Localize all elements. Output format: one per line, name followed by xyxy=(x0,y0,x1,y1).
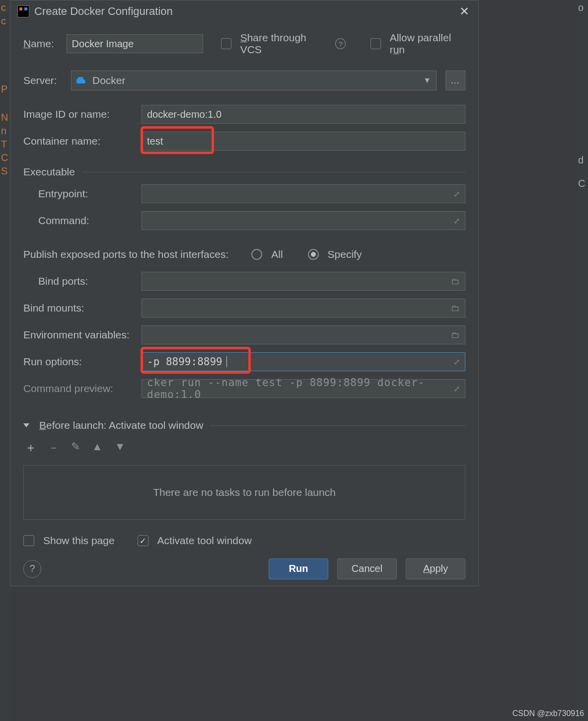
publish-all-label: All xyxy=(271,248,283,260)
docker-icon xyxy=(76,76,87,85)
remove-task-icon[interactable]: － xyxy=(48,440,59,455)
bind-ports-input[interactable]: 🗀 xyxy=(142,272,465,291)
apply-button[interactable]: Apply xyxy=(406,559,465,579)
command-input[interactable]: ⤢ xyxy=(142,211,465,230)
expand-icon[interactable]: ⤢ xyxy=(453,189,460,199)
edit-task-icon[interactable]: ✎ xyxy=(71,440,80,455)
folder-icon[interactable]: 🗀 xyxy=(451,330,460,340)
publish-specify-label: Specify xyxy=(328,248,362,260)
move-down-icon[interactable]: ▼ xyxy=(115,440,126,455)
env-vars-label: Environment variables: xyxy=(23,329,133,341)
expand-icon[interactable]: ⤢ xyxy=(453,216,460,226)
show-page-checkbox[interactable] xyxy=(23,535,34,546)
image-id-input[interactable] xyxy=(142,105,465,124)
activate-tool-label: Activate tool window xyxy=(157,535,252,547)
show-page-label: Show this page xyxy=(43,535,115,547)
titlebar: Create Docker Configuration ✕ xyxy=(10,0,478,22)
allow-parallel-label: Allow parallel run xyxy=(390,32,465,56)
editor-right-gutter: odC xyxy=(577,0,588,721)
before-launch-tasks: There are no tasks to run before launch xyxy=(23,465,465,520)
bind-mounts-label: Bind mounts: xyxy=(23,302,133,314)
publish-all-radio[interactable] xyxy=(251,249,262,260)
container-name-label: Container name: xyxy=(23,135,133,147)
watermark: CSDN @zxb730916 xyxy=(513,709,584,718)
folder-icon[interactable]: 🗀 xyxy=(451,276,460,287)
move-up-icon[interactable]: ▲ xyxy=(92,440,103,455)
command-preview-label: Command preview: xyxy=(23,383,133,395)
cancel-button[interactable]: Cancel xyxy=(337,559,397,579)
entrypoint-label: Entrypoint: xyxy=(23,188,133,200)
run-options-input[interactable]: -p 8899:8899 ⤢ xyxy=(142,352,465,371)
share-vcs-checkbox[interactable] xyxy=(221,38,231,49)
container-name-input[interactable] xyxy=(142,132,465,151)
publish-ports-label: Publish exposed ports to the host interf… xyxy=(23,248,228,260)
image-id-label: Image ID or name: xyxy=(23,108,133,120)
publish-specify-radio[interactable] xyxy=(308,249,319,260)
name-input[interactable] xyxy=(67,34,203,53)
chevron-down-icon: ▼ xyxy=(423,76,431,85)
activate-tool-checkbox[interactable] xyxy=(138,535,148,546)
command-preview: cker run --name test -p 8899:8899 docker… xyxy=(142,379,465,398)
intellij-icon xyxy=(17,5,29,17)
server-dropdown[interactable]: Docker ▼ xyxy=(71,71,437,90)
folder-icon[interactable]: 🗀 xyxy=(451,303,460,314)
share-help-icon[interactable]: ? xyxy=(335,38,346,49)
name-label: Name: xyxy=(23,38,58,50)
expand-icon[interactable]: ⤢ xyxy=(453,357,460,367)
command-label: Command: xyxy=(23,215,133,227)
server-value: Docker xyxy=(92,75,126,86)
dialog-title: Create Docker Configuration xyxy=(34,5,173,18)
expand-icon[interactable]: ⤢ xyxy=(453,384,460,394)
run-options-label: Run options: xyxy=(23,356,133,368)
editor-left-gutter: ccP NnTCS xyxy=(0,0,10,721)
close-icon[interactable]: ✕ xyxy=(457,4,471,18)
run-button[interactable]: Run xyxy=(269,559,328,579)
add-task-icon[interactable]: ＋ xyxy=(25,440,36,455)
dialog-footer: ? Run Cancel Apply xyxy=(10,552,478,586)
server-label: Server: xyxy=(23,75,62,86)
bind-ports-label: Bind ports: xyxy=(23,275,133,287)
entrypoint-input[interactable]: ⤢ xyxy=(142,184,465,203)
before-launch-section[interactable]: Before launch: Activate tool window xyxy=(23,419,465,431)
server-browse-button[interactable]: … xyxy=(445,71,465,90)
allow-parallel-checkbox[interactable] xyxy=(370,38,381,49)
create-docker-config-dialog: Create Docker Configuration ✕ Name: Shar… xyxy=(10,0,479,586)
help-button[interactable]: ? xyxy=(23,560,41,578)
env-vars-input[interactable]: 🗀 xyxy=(142,325,465,344)
bind-mounts-input[interactable]: 🗀 xyxy=(142,299,465,318)
share-vcs-label: Share through VCS xyxy=(240,32,327,56)
before-launch-toolbar: ＋ － ✎ ▲ ▼ xyxy=(23,436,465,458)
executable-section: Executable xyxy=(23,166,465,178)
disclosure-icon[interactable] xyxy=(23,423,29,427)
